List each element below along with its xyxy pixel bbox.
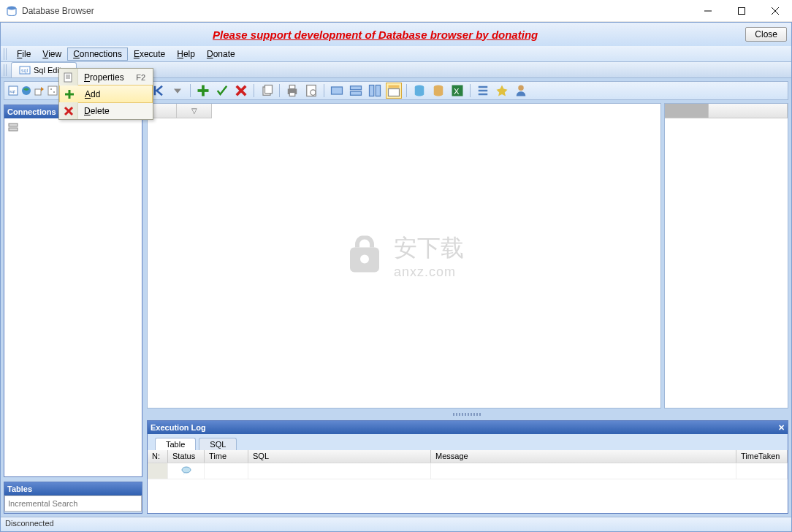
grip-icon — [4, 64, 8, 76]
plus-icon — [64, 88, 75, 100]
window-title: Database Browser — [22, 6, 691, 16]
view4-icon[interactable] — [386, 83, 402, 99]
preview-icon[interactable] — [303, 83, 319, 99]
view2-icon[interactable] — [348, 83, 364, 99]
svg-point-52 — [182, 467, 191, 473]
menu-connections[interactable]: Connections — [67, 48, 128, 61]
donate-message[interactable]: Please support development of Database b… — [5, 28, 745, 41]
svg-point-49 — [518, 86, 524, 91]
menu-view[interactable]: View — [37, 48, 67, 61]
table-row[interactable] — [148, 463, 788, 479]
delete-icon — [63, 105, 75, 117]
print-icon[interactable] — [284, 83, 300, 99]
menu-properties[interactable]: Properties F2 — [59, 69, 153, 86]
list-icon[interactable] — [475, 83, 491, 99]
svg-rect-18 — [35, 89, 41, 95]
svg-rect-19 — [48, 86, 57, 95]
minimize-button[interactable] — [691, 0, 725, 22]
svg-point-0 — [7, 6, 16, 10]
titlebar: Database Browser — [0, 0, 792, 22]
svg-text:sql: sql — [21, 68, 28, 74]
status-text: Disconnected — [5, 519, 54, 528]
svg-rect-5 — [64, 73, 72, 82]
db1-icon[interactable] — [411, 83, 427, 99]
svg-rect-41 — [389, 89, 400, 96]
copy-icon[interactable] — [259, 83, 275, 99]
menu-file[interactable]: File — [11, 48, 37, 61]
panel-title: Tables — [4, 482, 142, 495]
options-icon[interactable] — [47, 85, 58, 96]
connections-tree[interactable] — [4, 118, 142, 476]
col-timetaken[interactable]: TimeTaken — [736, 450, 788, 463]
donate-bar: Please support development of Database b… — [1, 23, 791, 46]
x-icon[interactable] — [233, 83, 249, 99]
col-sql[interactable]: SQL — [248, 450, 431, 463]
menu-add[interactable]: Add — [59, 85, 153, 103]
svg-rect-39 — [376, 86, 380, 96]
svg-text:X: X — [454, 87, 460, 96]
svg-rect-31 — [289, 86, 295, 89]
excel-icon[interactable]: X — [449, 83, 465, 99]
grip-icon — [4, 48, 8, 60]
svg-rect-32 — [289, 93, 295, 96]
wizard-icon[interactable] — [494, 83, 510, 99]
svg-rect-2 — [739, 7, 745, 14]
svg-point-20 — [50, 88, 52, 90]
world-icon[interactable] — [20, 85, 32, 96]
maximize-button[interactable] — [725, 0, 758, 22]
svg-point-51 — [360, 254, 369, 263]
server-icon[interactable] — [7, 121, 19, 133]
svg-point-21 — [53, 91, 55, 93]
view1-icon[interactable] — [329, 83, 345, 99]
menu-help[interactable]: Help — [171, 48, 201, 61]
col-n[interactable]: N: — [148, 450, 168, 463]
sort-down-icon[interactable] — [170, 83, 186, 99]
svg-rect-35 — [332, 87, 343, 94]
db2-icon[interactable] — [430, 83, 446, 99]
export-icon[interactable] — [34, 85, 45, 96]
menu-delete[interactable]: Delete — [59, 102, 153, 119]
exec-log-grid[interactable]: N: Status Time SQL Message TimeTaken — [148, 450, 788, 513]
incremental-search-input[interactable] — [4, 495, 142, 512]
svg-rect-36 — [351, 86, 362, 90]
plus-icon[interactable] — [195, 83, 211, 99]
bubble-icon — [180, 466, 192, 476]
horizontal-splitter[interactable] — [147, 411, 788, 417]
connections-panel: Connections — [4, 104, 142, 477]
close-window-button[interactable] — [758, 0, 792, 22]
svg-text:sql: sql — [9, 89, 15, 94]
result-grid[interactable]: ▽ 安下载 anxz.com — [147, 103, 661, 408]
menu-donate[interactable]: Donate — [201, 48, 241, 61]
svg-rect-38 — [370, 86, 374, 96]
svg-rect-37 — [351, 91, 362, 95]
sql-file-icon[interactable]: sql — [7, 85, 19, 96]
menubar: File View Connections Execute Help Donat… — [1, 46, 791, 62]
properties-icon — [63, 72, 75, 83]
col-status[interactable]: Status — [168, 450, 205, 463]
menu-execute[interactable]: Execute — [128, 48, 171, 61]
app-icon — [6, 5, 18, 17]
close-icon[interactable]: ✕ — [778, 423, 785, 433]
svg-rect-23 — [9, 128, 18, 131]
exec-tab-sql[interactable]: SQL — [199, 438, 237, 450]
statusbar: Disconnected — [1, 517, 791, 531]
exec-tab-table[interactable]: Table — [155, 438, 196, 450]
check-icon[interactable] — [214, 83, 230, 99]
svg-rect-22 — [9, 123, 18, 126]
col-time[interactable]: Time — [205, 450, 248, 463]
watermark: 安下载 anxz.com — [344, 232, 464, 280]
col-message[interactable]: Message — [431, 450, 736, 463]
donate-close-button[interactable]: Close — [745, 27, 787, 42]
user-icon[interactable] — [513, 83, 529, 99]
sql-icon: sql — [19, 64, 31, 76]
side-grid[interactable] — [664, 103, 788, 408]
execution-log-panel: Execution Log ✕ Table SQL N: Status Time… — [147, 420, 788, 514]
main-toolbar: X — [147, 81, 788, 100]
tables-panel: Tables — [4, 482, 142, 514]
svg-rect-40 — [389, 86, 400, 88]
svg-rect-29 — [265, 86, 273, 94]
view3-icon[interactable] — [367, 83, 383, 99]
panel-title: Execution Log — [151, 423, 206, 432]
shortcut-label: F2 — [136, 73, 145, 82]
connections-dropdown: Properties F2 Add Delete — [58, 68, 153, 120]
